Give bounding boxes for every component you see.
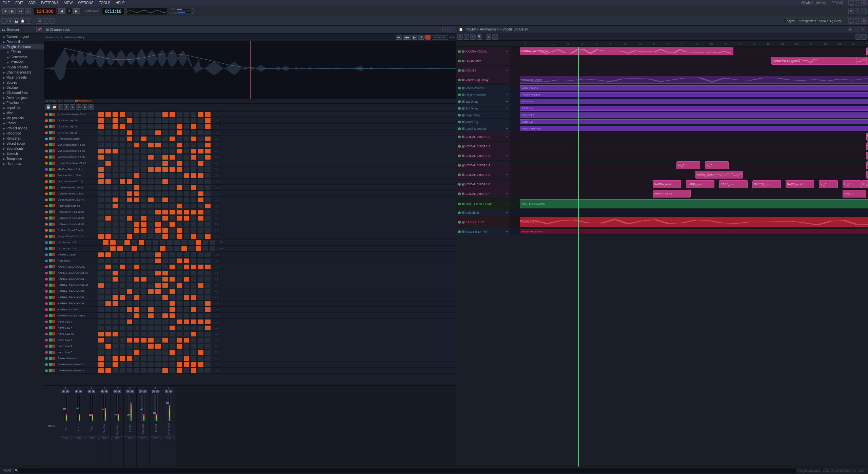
step-pad-23-12[interactable] — [183, 252, 190, 257]
step-pad-6-13[interactable] — [191, 148, 197, 154]
step-pad-0-0[interactable] — [98, 112, 104, 117]
step-pad-15-4[interactable] — [126, 203, 133, 209]
step-pad-38-15[interactable] — [205, 344, 211, 349]
ch-green-btn-42[interactable] — [49, 369, 52, 372]
step-pad-12-7[interactable] — [148, 185, 154, 190]
ch-green-btn-22[interactable] — [49, 247, 52, 250]
track-mute-9[interactable]: M — [462, 121, 465, 123]
ch-green-btn-2[interactable] — [49, 125, 52, 128]
step-pad-9-4[interactable] — [126, 167, 133, 172]
step-pad-39-10[interactable] — [169, 350, 175, 355]
browser-item-soundfonts[interactable]: ▶ Soundfonts — [0, 146, 44, 151]
step-pad-11-6[interactable] — [141, 179, 147, 184]
track-led-0[interactable] — [458, 50, 461, 53]
ch-color-led-35[interactable] — [45, 327, 48, 329]
mixer-knob-pan-2[interactable] — [87, 390, 91, 393]
ch-red-btn-36[interactable] — [52, 332, 55, 335]
step-pad-9-12[interactable] — [183, 167, 190, 172]
browser-item-clipboard-files[interactable]: ▶ Clipboard files — [0, 90, 44, 95]
step-pad-8-1[interactable] — [105, 161, 111, 166]
step-pad-32-11[interactable] — [176, 307, 182, 312]
step-pad-5-7[interactable] — [148, 142, 154, 148]
step-pad-2-2[interactable] — [112, 124, 118, 129]
clip-17-0[interactable]: karra V...#1 #2 — [653, 190, 691, 198]
clip-9-0[interactable]: Vocal EQ — [520, 119, 868, 124]
step-pad-29-12[interactable] — [183, 289, 190, 294]
step-pad-38-9[interactable] — [162, 344, 168, 349]
step-pad-31-1[interactable] — [105, 301, 111, 306]
step-pad-18-3[interactable] — [119, 222, 125, 227]
track-label-6[interactable]: M 1/2 Delay + — [456, 98, 510, 105]
step-pad-35-5[interactable] — [134, 325, 140, 331]
step-pad-31-3[interactable] — [119, 301, 125, 306]
step-pad-34-4[interactable] — [126, 319, 133, 325]
step-pad-6-14[interactable] — [198, 148, 204, 154]
step-pad-13-8[interactable] — [155, 191, 161, 197]
ch-green-btn-0[interactable] — [49, 113, 52, 116]
step-pad-40-11[interactable] — [176, 356, 182, 361]
step-pad-20-7[interactable] — [148, 234, 154, 239]
ch-red-btn-7[interactable] — [52, 156, 55, 159]
step-pad-39-2[interactable] — [112, 350, 118, 355]
step-pad-10-4[interactable] — [126, 173, 133, 178]
step-pad-34-11[interactable] — [176, 319, 182, 325]
menu-help[interactable]: HELP — [114, 1, 126, 5]
step-pad-30-9[interactable] — [162, 295, 168, 300]
close-btn[interactable]: ✕ — [861, 0, 867, 6]
step-pad-15-10[interactable] — [169, 203, 175, 209]
ch-color-led-19[interactable] — [45, 229, 48, 232]
step-pad-0-5[interactable] — [134, 112, 140, 117]
quantize-btn[interactable]: ⊡ — [492, 34, 498, 40]
step-pad-25-5[interactable] — [134, 264, 140, 270]
step-pad-40-4[interactable] — [126, 356, 133, 361]
track-label-8[interactable]: M Slap Delay + — [456, 112, 510, 118]
step-pad-10-10[interactable] — [169, 173, 175, 178]
track-led-16[interactable] — [458, 183, 461, 186]
clip-16-1[interactable]: KARR_rued — [686, 180, 714, 188]
step-pad-20-0[interactable] — [98, 234, 104, 239]
step-pad-27-13[interactable] — [191, 276, 197, 282]
step-pad-22-11[interactable] — [181, 246, 187, 251]
track-label-20[interactable]: M BASS PULSE + — [456, 216, 510, 228]
step-pad-2-13[interactable] — [191, 124, 197, 129]
step-pad-26-4[interactable] — [126, 270, 133, 276]
step-pad-0-7[interactable] — [148, 112, 154, 117]
ch-green-btn-3[interactable] — [49, 131, 52, 134]
step-pad-19-1[interactable] — [105, 228, 111, 233]
step-pad-20-2[interactable] — [112, 234, 118, 239]
channel-rack-icon[interactable]: ≡ — [7, 18, 13, 24]
settings-icon[interactable]: ⚙ — [848, 8, 854, 14]
step-pad-22-4[interactable] — [131, 246, 137, 251]
track-content-14[interactable]: ka_7ka_5Reverb 2 – Mix level #4 — [510, 161, 868, 170]
step-pad-14-7[interactable] — [148, 197, 154, 203]
rec-record-btn[interactable]: ● — [425, 35, 430, 40]
step-pad-14-0[interactable] — [98, 197, 104, 203]
step-pad-12-3[interactable] — [119, 185, 125, 190]
ch-green-btn-19[interactable] — [49, 229, 52, 232]
step-pad-10-14[interactable] — [198, 173, 204, 178]
step-pad-32-12[interactable] — [183, 307, 190, 312]
track-mute-15[interactable]: M — [462, 173, 465, 176]
step-pad-23-2[interactable] — [112, 252, 118, 257]
step-pad-23-8[interactable] — [155, 252, 161, 257]
step-pad-34-8[interactable] — [155, 319, 161, 325]
step-pad-23-10[interactable] — [169, 252, 175, 257]
step-pad-21-0[interactable] — [103, 240, 109, 245]
step-pad-42-4[interactable] — [126, 368, 133, 373]
ch-green-btn-36[interactable] — [49, 332, 52, 335]
step-pad-35-9[interactable] — [162, 325, 168, 331]
step-pad-16-12[interactable] — [183, 209, 190, 215]
mixer-knob-vol-6[interactable] — [143, 390, 147, 393]
mixer-knob-vol-2[interactable] — [92, 390, 95, 393]
ch-red-btn-15[interactable] — [52, 204, 55, 207]
step-pad-23-0[interactable] — [98, 252, 104, 257]
step-pad-36-15[interactable] — [205, 331, 211, 337]
step-pad-10-11[interactable] — [176, 173, 182, 178]
track-led-8[interactable] — [458, 114, 461, 117]
step-pad-41-11[interactable] — [176, 362, 182, 367]
browser-item-recorded[interactable]: ▶ Recorded — [0, 131, 44, 136]
mixer-send-8[interactable]: SND — [163, 436, 175, 440]
step-pad-8-10[interactable] — [169, 161, 175, 166]
step-pad-26-6[interactable] — [141, 270, 147, 276]
piano-roll-icon[interactable]: 🎹 — [14, 18, 19, 24]
